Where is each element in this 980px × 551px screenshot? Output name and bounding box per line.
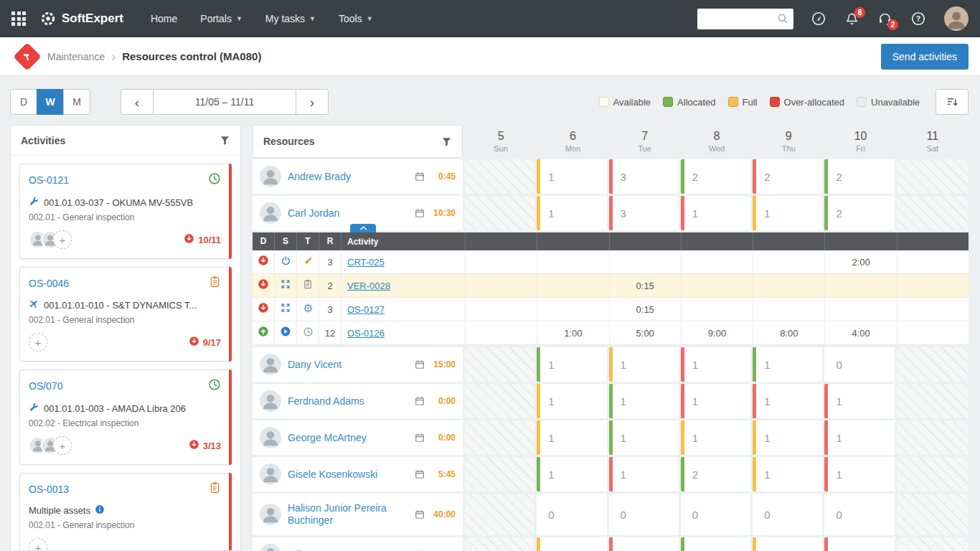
filter-icon[interactable]	[220, 135, 230, 146]
detail-time-cell[interactable]	[609, 250, 681, 273]
detail-time-cell[interactable]	[681, 298, 753, 321]
detail-time-cell[interactable]: 2:00	[824, 250, 896, 273]
schedule-cell[interactable]: 1	[681, 196, 750, 230]
view-mode-month[interactable]: M	[63, 89, 90, 115]
support-headset-icon[interactable]: 2	[877, 11, 892, 27]
resource-name-link[interactable]: George McArtney	[288, 432, 408, 444]
schedule-cell[interactable]	[465, 196, 534, 230]
schedule-cell[interactable]	[465, 457, 534, 491]
schedule-cell[interactable]: 2	[681, 537, 750, 551]
activity-id-link[interactable]: OS-0121	[29, 174, 69, 186]
schedule-cell[interactable]: 1	[609, 347, 679, 382]
search-input[interactable]	[702, 14, 777, 24]
detail-time-cell[interactable]	[753, 274, 824, 297]
activity-id-link[interactable]: OS-0046	[29, 278, 69, 289]
resource-name-link[interactable]: Halison Junior Pereira Buchinger	[288, 502, 408, 527]
collapse-detail-button[interactable]	[350, 224, 376, 232]
detail-time-cell[interactable]	[824, 298, 896, 321]
schedule-cell[interactable]: 1	[753, 196, 822, 230]
schedule-cell[interactable]: 2	[681, 159, 750, 194]
schedule-cell[interactable]	[897, 537, 969, 551]
schedule-cell[interactable]: 1	[537, 457, 606, 491]
brand-logo[interactable]: SoftExpert	[40, 11, 123, 27]
activity-link[interactable]: VER-0028	[347, 281, 390, 291]
calendar-icon[interactable]	[415, 469, 425, 479]
schedule-cell[interactable]: 1	[609, 384, 679, 418]
detail-time-cell[interactable]	[753, 298, 824, 321]
schedule-cell[interactable]	[897, 420, 969, 455]
schedule-cell[interactable]: 2	[681, 457, 750, 491]
detail-time-cell[interactable]	[681, 250, 753, 273]
calendar-icon[interactable]	[415, 433, 425, 443]
calendar-icon[interactable]	[415, 359, 425, 369]
detail-time-cell[interactable]	[465, 298, 537, 321]
schedule-cell[interactable]	[465, 420, 534, 455]
detail-time-cell[interactable]	[681, 274, 753, 297]
detail-time-cell[interactable]	[465, 250, 537, 273]
schedule-cell[interactable]	[465, 159, 534, 194]
schedule-cell[interactable]: 2	[753, 159, 822, 194]
notifications-bell-icon[interactable]: 8	[844, 11, 859, 27]
sort-button[interactable]	[936, 89, 969, 115]
schedule-cell[interactable]: 1	[753, 457, 822, 491]
nav-tools[interactable]: Tools▼	[327, 0, 385, 37]
schedule-cell[interactable]: 1	[681, 384, 750, 418]
schedule-cell[interactable]	[897, 384, 969, 418]
detail-time-cell[interactable]	[537, 250, 608, 273]
activity-id-link[interactable]: OS-0013	[29, 484, 69, 495]
schedule-cell[interactable]	[897, 196, 969, 230]
schedule-cell[interactable]: 1	[681, 420, 750, 455]
schedule-cell[interactable]: 0	[824, 494, 894, 535]
activity-card[interactable]: OS-0121 001.01.03-037 - OKUMA MV-555VB 0…	[19, 164, 232, 259]
schedule-cell[interactable]: 1	[537, 537, 606, 551]
view-mode-week[interactable]: W	[37, 89, 64, 115]
activity-card[interactable]: OS/070 001.01.01-003 - AMADA Libra 206 0…	[19, 369, 232, 465]
schedule-cell[interactable]: 1	[824, 384, 894, 418]
next-week-button[interactable]: ›	[296, 89, 329, 115]
info-icon[interactable]	[95, 504, 105, 517]
detail-time-cell[interactable]: 4:00	[824, 321, 896, 344]
schedule-cell[interactable]: 1	[609, 537, 679, 551]
detail-time-cell[interactable]	[897, 274, 969, 297]
schedule-cell[interactable]: 1	[753, 384, 822, 418]
detail-time-cell[interactable]: 5:00	[609, 321, 681, 344]
schedule-cell[interactable]: 3	[609, 159, 679, 194]
schedule-cell[interactable]: 0	[609, 494, 679, 535]
detail-time-cell[interactable]	[465, 274, 537, 297]
detail-time-cell[interactable]	[824, 274, 896, 297]
calendar-icon[interactable]	[415, 208, 425, 218]
schedule-cell[interactable]: 2	[824, 196, 894, 230]
add-assignee-button[interactable]: +	[29, 333, 47, 352]
schedule-cell[interactable]: 1	[753, 537, 822, 551]
schedule-cell[interactable]: 1	[753, 420, 822, 455]
detail-time-cell[interactable]	[537, 298, 608, 321]
view-mode-day[interactable]: D	[10, 89, 37, 115]
detail-time-cell[interactable]: 1:00	[537, 321, 608, 344]
compass-icon[interactable]	[811, 11, 826, 27]
detail-time-cell[interactable]: 8:00	[753, 321, 824, 344]
calendar-icon[interactable]	[415, 171, 425, 182]
activity-card[interactable]: OS-0046 001.01.01-010 - S&T DYNAMICS T..…	[19, 267, 232, 362]
send-activities-button[interactable]: Send activities	[881, 44, 969, 70]
add-assignee-button[interactable]: +	[29, 538, 47, 551]
schedule-cell[interactable]: 2	[824, 159, 894, 194]
prev-week-button[interactable]: ‹	[121, 89, 154, 115]
schedule-cell[interactable]	[897, 457, 969, 491]
schedule-cell[interactable]: 3	[609, 196, 679, 230]
schedule-cell[interactable]: 1	[753, 347, 822, 382]
activity-id-link[interactable]: OS/070	[29, 380, 62, 392]
breadcrumb-section[interactable]: Maintenance	[47, 51, 105, 62]
schedule-cell[interactable]	[897, 494, 969, 535]
schedule-cell[interactable]: 1	[537, 420, 606, 455]
resource-name-link[interactable]: Dany Vicent	[288, 359, 408, 371]
search-icon[interactable]	[777, 13, 788, 24]
apps-grid-icon[interactable]	[11, 11, 26, 26]
schedule-cell[interactable]: 1	[824, 420, 894, 455]
activity-link[interactable]: CRT-025	[347, 257, 385, 268]
resource-name-link[interactable]: Gisele Kosenkowski	[288, 468, 408, 481]
nav-my-tasks[interactable]: My tasks▼	[254, 0, 327, 37]
schedule-cell[interactable]: 1	[537, 159, 606, 194]
activity-link[interactable]: OS-0127	[347, 304, 385, 315]
schedule-cell[interactable]	[465, 384, 534, 418]
add-assignee-button[interactable]: +	[53, 230, 72, 249]
